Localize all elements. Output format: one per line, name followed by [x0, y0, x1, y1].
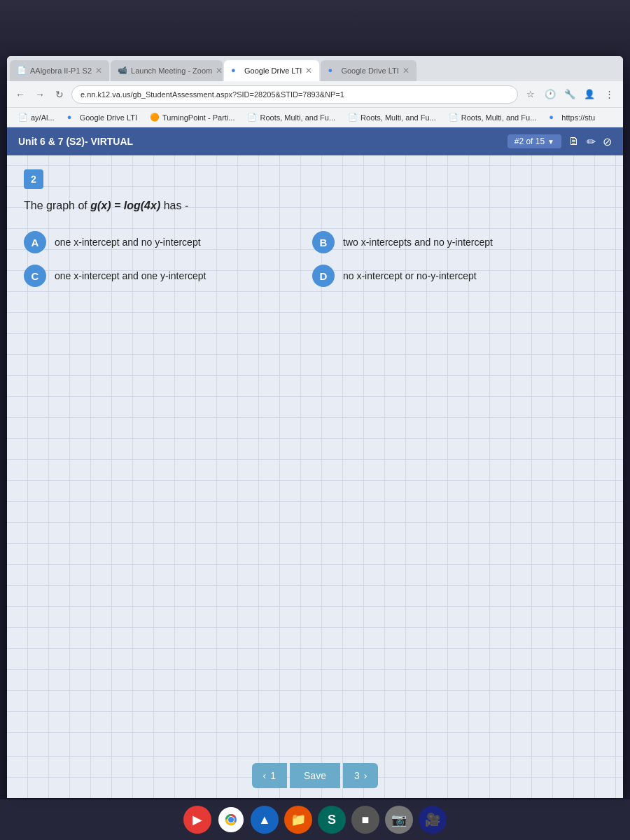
question-counter[interactable]: #2 of 15 ▼	[507, 134, 561, 148]
option-b-circle: B	[312, 231, 335, 253]
bookmark-gdrive[interactable]: ● Google Drive LTI	[62, 111, 143, 124]
tab-gdrive2[interactable]: ● Google Drive LTI ✕	[321, 60, 416, 81]
extension-icon[interactable]: 🔧	[561, 86, 578, 103]
tab-gdrive-label: Google Drive LTI	[244, 66, 302, 75]
option-b-text: two x-intercepts and no y-intercept	[343, 237, 493, 248]
bookmark-roots3-label: Roots, Multi, and Fu...	[461, 113, 537, 122]
bookmark-ay-al-label: ay/Al...	[31, 113, 55, 122]
profile-icon[interactable]: 👤	[581, 86, 598, 103]
prev-button[interactable]: ‹ 1	[252, 763, 287, 788]
toolbar-icons: ☆ 🕐 🔧 👤 ⋮	[522, 86, 617, 103]
option-c-text: one x-intercept and one y-intercept	[55, 270, 206, 281]
tab-zoom-close[interactable]: ✕	[216, 66, 223, 76]
bookmark-https-label: https://stu	[561, 113, 595, 122]
bookmark-roots1[interactable]: 📄 Roots, Multi, and Fu...	[241, 111, 341, 124]
prev-label: 1	[270, 770, 276, 781]
page-content: Unit 6 & 7 (S2)- VIRTUAL #2 of 15 ▼ 🗎 ✏ …	[7, 127, 623, 798]
svg-point-3	[228, 817, 234, 822]
nav-buttons-area: ‹ 1 Save 3 ›	[7, 753, 623, 798]
tab-algebra-close[interactable]: ✕	[95, 66, 102, 76]
option-b-letter: B	[320, 237, 328, 248]
question-counter-label: #2 of 15	[514, 136, 545, 146]
file-icon-button[interactable]: 🗎	[568, 135, 580, 148]
bookmark-roots3[interactable]: 📄 Roots, Multi, and Fu...	[443, 111, 542, 124]
taskbar-files-icon[interactable]: 📁	[284, 806, 312, 834]
bookmark-https-icon: ●	[549, 113, 559, 122]
edit-icon-button[interactable]: ✏	[587, 135, 596, 148]
option-a-circle: A	[24, 231, 46, 253]
taskbar: ▶ ▲ 📁 S ■ 📷 🎥	[0, 799, 630, 840]
history-icon[interactable]: 🕐	[542, 86, 559, 103]
taskbar-video-icon[interactable]: 🎥	[419, 806, 447, 834]
back-button[interactable]: ←	[13, 87, 28, 102]
option-c[interactable]: C one x-intercept and one y-intercept	[24, 265, 295, 287]
taskbar-camera-icon[interactable]: 📷	[385, 806, 413, 834]
tab-zoom-label: Launch Meeting - Zoom	[131, 66, 212, 75]
question-text: The graph of g(x) = log(4x) has -	[24, 197, 606, 214]
option-d[interactable]: D no x-intercept or no-y-intercept	[312, 265, 584, 287]
browser-window: 📄 AAlgebra II-P1 S2 ✕ 📹 Launch Meeting -…	[7, 56, 623, 798]
bookmark-ay-al[interactable]: 📄 ay/Al...	[13, 111, 60, 124]
tab-gdrive-active[interactable]: ● Google Drive LTI ✕	[224, 60, 319, 81]
bookmark-star-icon[interactable]: ☆	[522, 86, 539, 103]
option-d-letter: D	[320, 270, 328, 282]
bookmark-https[interactable]: ● https://stu	[543, 111, 601, 124]
bookmark-roots2[interactable]: 📄 Roots, Multi, and Fu...	[342, 111, 442, 124]
tab-gdrive2-close[interactable]: ✕	[402, 66, 410, 76]
tab-gdrive-icon: ●	[231, 66, 241, 76]
block-icon-button[interactable]: ⊘	[603, 135, 612, 148]
tab-zoom-icon: 📹	[118, 66, 127, 76]
assessment-title: Unit 6 & 7 (S2)- VIRTUAL	[18, 136, 133, 147]
nav-btn-group: ‹ 1 Save 3 ›	[252, 763, 379, 788]
next-label: 3	[354, 770, 360, 781]
next-button[interactable]: 3 ›	[343, 763, 378, 788]
reload-button[interactable]: ↻	[52, 87, 67, 102]
tab-algebra-label: AAlgebra II-P1 S2	[30, 66, 92, 75]
option-a-text: one x-intercept and no y-intercept	[55, 237, 201, 248]
save-label: Save	[304, 770, 326, 781]
tab-zoom[interactable]: 📹 Launch Meeting - Zoom ✕	[111, 60, 223, 81]
taskbar-square-icon[interactable]: ■	[351, 806, 379, 834]
prev-arrow-icon: ‹	[263, 770, 267, 781]
taskbar-drive-icon[interactable]: ▲	[251, 806, 279, 834]
bookmark-turningpoint-icon: 🟠	[150, 113, 160, 122]
option-a[interactable]: A one x-intercept and no y-intercept	[24, 231, 295, 253]
bookmark-turningpoint[interactable]: 🟠 TurningPoint - Parti...	[144, 111, 241, 124]
taskbar-s-icon[interactable]: S	[318, 806, 346, 834]
bookmark-ay-al-icon: 📄	[18, 113, 28, 122]
tab-algebra[interactable]: 📄 AAlgebra II-P1 S2 ✕	[10, 60, 109, 81]
next-arrow-icon: ›	[364, 770, 368, 781]
bookmark-roots1-icon: 📄	[247, 113, 257, 122]
math-expression: g(x) = log(4x)	[90, 200, 160, 211]
header-icons: 🗎 ✏ ⊘	[568, 135, 612, 148]
tab-gdrive2-icon: ●	[328, 66, 337, 76]
bookmark-roots2-label: Roots, Multi, and Fu...	[360, 113, 436, 122]
taskbar-youtube-icon[interactable]: ▶	[183, 806, 211, 834]
bookmark-gdrive-icon: ●	[67, 113, 77, 122]
option-d-text: no x-intercept or no-y-intercept	[343, 270, 477, 281]
counter-dropdown-arrow: ▼	[547, 138, 554, 146]
question-area: 2 The graph of g(x) = log(4x) has - A on…	[7, 155, 623, 753]
option-c-letter: C	[31, 270, 39, 282]
taskbar-chrome-icon[interactable]	[217, 806, 245, 834]
bookmark-roots1-label: Roots, Multi, and Fu...	[260, 113, 335, 122]
save-button[interactable]: Save	[290, 763, 340, 788]
address-bar: ← → ↻ ☆ 🕐 🔧 👤 ⋮	[7, 81, 623, 108]
question-number-badge: 2	[24, 169, 43, 189]
bookmark-roots2-icon: 📄	[348, 113, 358, 122]
option-d-circle: D	[312, 265, 335, 287]
tab-gdrive2-label: Google Drive LTI	[341, 66, 398, 75]
bookmark-turningpoint-label: TurningPoint - Parti...	[162, 113, 235, 122]
question-nav: #2 of 15 ▼ 🗎 ✏ ⊘	[507, 134, 612, 148]
tab-bar: 📄 AAlgebra II-P1 S2 ✕ 📹 Launch Meeting -…	[7, 56, 623, 81]
options-grid: A one x-intercept and no y-intercept B t…	[24, 231, 584, 287]
option-a-letter: A	[31, 237, 39, 248]
bookmark-roots3-icon: 📄	[449, 113, 458, 122]
address-input[interactable]	[71, 85, 518, 104]
settings-icon[interactable]: ⋮	[601, 86, 617, 103]
assessment-header: Unit 6 & 7 (S2)- VIRTUAL #2 of 15 ▼ 🗎 ✏ …	[7, 127, 623, 155]
forward-button[interactable]: →	[32, 87, 48, 102]
tab-gdrive-close[interactable]: ✕	[305, 66, 312, 76]
option-b[interactable]: B two x-intercepts and no y-intercept	[312, 231, 584, 253]
tab-algebra-icon: 📄	[17, 66, 27, 76]
